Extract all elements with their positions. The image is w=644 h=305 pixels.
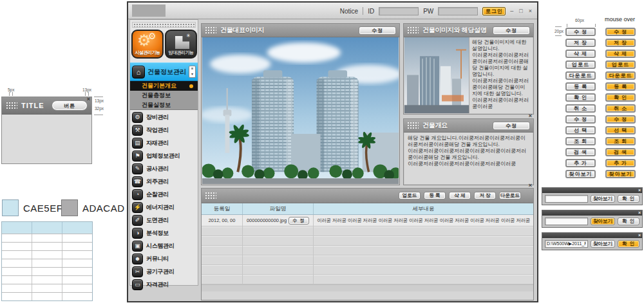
facility-mode-button[interactable]: ⚙ ⚙ 시설관리기능	[131, 30, 164, 59]
path-input[interactable]	[545, 195, 588, 203]
menu-item-icon: ⚙	[132, 112, 143, 123]
spec-button[interactable]: 수 정	[565, 115, 596, 124]
ok-button[interactable]: 확 인	[618, 240, 639, 248]
path-input[interactable]	[545, 240, 588, 248]
dropdown-control[interactable]: ▾	[189, 66, 196, 78]
spec-button-hover[interactable]: 찾아보기	[605, 170, 636, 178]
browse-button[interactable]: 찾아보기	[591, 217, 615, 225]
spec-button-hover[interactable]: 선 택	[605, 126, 636, 134]
submenu-item-label: 건물기본개요	[142, 82, 176, 90]
path-input[interactable]	[545, 217, 588, 225]
sidebar-menu-item[interactable]: ⚡ 에너지관리	[130, 201, 198, 214]
spec-button-hover[interactable]: 조 회	[605, 137, 636, 145]
sidebar-menu-item[interactable]: ☎ 외주관리	[130, 175, 198, 188]
close-icon[interactable]: ×	[638, 233, 641, 238]
files-table-empty-row[interactable]	[202, 226, 533, 236]
spec-button[interactable]: 다운로드	[565, 71, 596, 80]
spec-button-hover[interactable]: 확 인	[605, 93, 636, 102]
sidebar-menu-item[interactable]: ✐ 도면관리	[130, 214, 198, 226]
spec-button[interactable]: 찾아보기	[565, 170, 596, 178]
panel-title: 건물개요	[422, 121, 448, 130]
spec-button-hover[interactable]: 다운로드	[605, 71, 636, 80]
browse-button[interactable]: 찾아보기	[591, 195, 615, 203]
ok-button[interactable]: 확 인	[618, 217, 639, 225]
spec-button[interactable]: 검 색	[565, 148, 596, 156]
toolbar-button[interactable]: 다운로드	[499, 192, 521, 199]
close-icon[interactable]: ×	[529, 113, 532, 118]
spec-button[interactable]: 저 장	[565, 39, 596, 47]
mock-cell	[62, 251, 92, 259]
spec-panel-button[interactable]: 버튼	[52, 100, 88, 111]
sidebar-menu-item[interactable]: ✎ 공사관리	[130, 162, 198, 175]
empty-cell	[243, 236, 314, 245]
dim-tick	[85, 92, 86, 96]
spec-button[interactable]: 등 록	[565, 82, 596, 91]
toolbar-button[interactable]: 삭 제	[449, 192, 471, 199]
files-table-empty-row[interactable]	[202, 275, 533, 284]
rental-mode-button[interactable]: ✳ 임대관리기능	[165, 30, 197, 59]
spec-button[interactable]: 취 소	[565, 104, 596, 113]
ok-button[interactable]: 확 인	[618, 195, 639, 203]
close-icon[interactable]: ×	[529, 8, 533, 14]
sidebar-menu-item[interactable]: ⚙ 장비관리	[130, 111, 198, 124]
empty-cell	[202, 236, 243, 245]
login-button[interactable]: 로그인	[482, 7, 506, 15]
files-table-empty-row[interactable]	[202, 255, 533, 265]
sidebar-item-building-info[interactable]: ⌂ 건물정보관리 ▾	[130, 62, 198, 81]
submenu-item[interactable]: 건물기본개요	[130, 81, 198, 91]
mock-cell	[2, 234, 32, 242]
row-edit-button[interactable]: 수 정	[289, 217, 309, 225]
browse-button[interactable]: 찾아보기	[591, 240, 615, 248]
spec-button-hover[interactable]: 수 정	[605, 28, 636, 36]
close-icon[interactable]: ×	[638, 188, 641, 193]
menu-item-label: 외주관리	[146, 178, 169, 186]
files-table-empty-row[interactable]	[202, 236, 533, 246]
spec-button-hover[interactable]: 저 장	[605, 39, 636, 47]
spec-button-hover[interactable]: 검 색	[605, 148, 636, 156]
spec-button-hover[interactable]: 삭 제	[605, 50, 636, 58]
submenu-item[interactable]: 건물층정보	[130, 91, 198, 100]
spec-button[interactable]: 조 회	[565, 137, 596, 145]
close-icon[interactable]: ×	[87, 97, 90, 102]
spec-button-hover[interactable]: 업로드	[605, 60, 636, 69]
spec-button[interactable]: 수 정	[565, 28, 596, 36]
sidebar-menu-item[interactable]: ▣ 시스템관리	[130, 239, 198, 252]
close-icon[interactable]: ×	[529, 183, 532, 188]
toolbar-button[interactable]: 등 록	[424, 192, 446, 199]
spec-button[interactable]: 삭 제	[565, 50, 596, 58]
facility-mode-label: 시설관리기능	[135, 50, 160, 56]
spec-button-hover[interactable]: 취 소	[605, 104, 636, 113]
sidebar-menu-item[interactable]: ◔ 순찰관리	[130, 188, 198, 201]
files-table-empty-row[interactable]	[202, 246, 533, 255]
sidebar-menu-item[interactable]: ▤ 자재관리	[130, 136, 198, 149]
notice-link[interactable]: Notice	[340, 8, 358, 15]
maximize-icon[interactable]: □	[519, 8, 524, 14]
sidebar-menu-item[interactable]: ◑ 분석정보	[130, 226, 198, 239]
image-description-text: 해당 건물이미지에 대한 설명입니다. 이러쿵저러쿵이러쿵저러쿵이러쿵저러쿵이러…	[469, 37, 533, 113]
minimize-icon[interactable]: –	[510, 8, 515, 14]
menu-item-icon: ✐	[132, 215, 143, 226]
sidebar-menu-item[interactable]: ⚒ 작업관리	[130, 124, 198, 136]
files-table-row[interactable]: 2012, 00, 00 000000000000.jpg 수 정 이러쿵 저러…	[202, 215, 533, 226]
files-table-empty-row[interactable]	[202, 265, 533, 275]
edit-button[interactable]: 수정	[359, 26, 396, 35]
sidebar-menu-item[interactable]: ✂ 공기구관리	[130, 265, 198, 278]
toolbar-button[interactable]: 저 장	[474, 192, 496, 199]
close-icon[interactable]: ×	[638, 210, 641, 216]
spec-button-hover[interactable]: 추 가	[605, 159, 636, 167]
toolbar-button[interactable]: 업로드	[399, 192, 421, 199]
spec-button[interactable]: 선 택	[565, 126, 596, 134]
spec-button[interactable]: 확 인	[565, 93, 596, 102]
submenu-item[interactable]: 건물실정보	[130, 100, 198, 110]
spec-button-hover[interactable]: 수 정	[605, 115, 636, 124]
sidebar-menu-item[interactable]: ⚑ 업체정보관리	[130, 149, 198, 162]
edit-button[interactable]: 수정	[493, 26, 530, 35]
edit-button[interactable]: 수정	[493, 122, 530, 130]
sidebar-menu-item[interactable]: ▭ 자격관리	[130, 278, 198, 291]
spec-button[interactable]: 추 가	[565, 159, 596, 167]
spec-button[interactable]: 업로드	[565, 60, 596, 69]
sidebar-menu-item[interactable]: ☻ 커뮤니티	[130, 252, 198, 265]
pw-input[interactable]	[438, 7, 478, 15]
id-input[interactable]	[379, 7, 419, 15]
spec-button-hover[interactable]: 등 록	[605, 82, 636, 91]
